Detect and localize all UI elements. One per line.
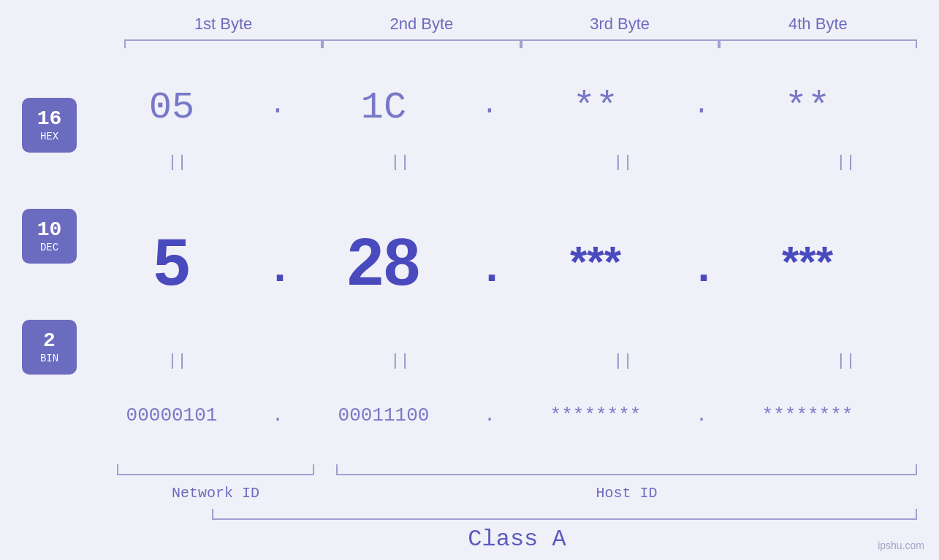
bin-val-3: ******** — [501, 404, 691, 426]
hex-val-2: 1C — [289, 86, 479, 129]
bracket-1 — [124, 39, 322, 48]
dec-badge: 10 DEC — [22, 209, 77, 264]
hex-badge: 16 HEX — [22, 98, 77, 153]
bin-dot-2: . — [479, 404, 501, 426]
big-bracket — [212, 509, 917, 520]
bin-dot-3: . — [691, 404, 712, 426]
eq1-4: || — [745, 153, 939, 172]
bracket-3 — [521, 39, 719, 48]
dec-val-4: *** — [712, 240, 902, 284]
class-label: Class A — [117, 526, 917, 553]
hex-dot-3: . — [691, 89, 712, 126]
network-id-label: Network ID — [117, 485, 314, 502]
dec-badge-number: 10 — [37, 219, 62, 242]
eq2-2: || — [300, 352, 501, 370]
bin-val-2: 00011100 — [289, 404, 479, 426]
bottom-brackets — [117, 464, 917, 479]
bin-val-1: 00000101 — [77, 404, 267, 426]
values-grid: 05 . 1C . ** . ** || || || || 5 . — [77, 63, 939, 461]
hex-val-1: 05 — [77, 86, 267, 129]
bracket-gap-1 — [314, 464, 336, 479]
bin-dot-1: . — [267, 404, 289, 426]
byte4-header: 4th Byte — [719, 15, 917, 39]
byte-headers: 1st Byte 2nd Byte 3rd Byte 4th Byte — [124, 15, 917, 39]
bin-badge-number: 2 — [43, 330, 56, 353]
equals-row-2: || || || || — [77, 352, 939, 370]
eq1-1: || — [77, 153, 278, 172]
hex-badge-label: HEX — [40, 131, 58, 142]
watermark: ipshu.com — [878, 540, 924, 551]
network-bracket — [117, 464, 314, 475]
hex-row: 05 . 1C . ** . ** — [77, 63, 939, 153]
dec-dot-3: . — [691, 230, 712, 294]
byte1-header: 1st Byte — [124, 15, 322, 39]
bin-badge-label: BIN — [40, 353, 58, 364]
bracket-2 — [322, 39, 520, 48]
badges-column: 16 HEX 10 DEC 2 BIN — [22, 63, 77, 461]
bracket-4 — [719, 39, 917, 48]
byte2-header: 2nd Byte — [322, 15, 520, 39]
dec-dot-2: . — [479, 230, 501, 294]
host-id-label: Host ID — [336, 485, 917, 502]
dec-badge-label: DEC — [40, 242, 58, 253]
dec-dot-1: . — [267, 230, 289, 294]
top-bracket-row — [124, 39, 917, 48]
hex-val-3: ** — [501, 86, 691, 129]
equals-row-1: || || || || — [77, 153, 939, 172]
hex-badge-number: 16 — [37, 108, 62, 131]
hex-dot-1: . — [267, 89, 289, 126]
dec-val-1: 5 — [77, 229, 267, 295]
host-bracket — [336, 464, 917, 475]
hex-dot-2: . — [479, 89, 501, 126]
eq1-3: || — [522, 153, 723, 172]
hex-val-4: ** — [712, 86, 902, 129]
content-area: 16 HEX 10 DEC 2 BIN 05 . 1C . ** . ** — [22, 63, 917, 461]
eq2-3: || — [522, 352, 723, 370]
label-gap — [314, 485, 336, 502]
bin-val-4: ******** — [712, 404, 902, 426]
byte3-header: 3rd Byte — [521, 15, 719, 39]
eq1-2: || — [300, 153, 501, 172]
bin-row: 00000101 . 00011100 . ******** . *******… — [77, 370, 939, 461]
bottom-labels: Network ID Host ID — [117, 485, 917, 502]
eq2-4: || — [745, 352, 939, 370]
eq2-1: || — [77, 352, 278, 370]
main-container: 1st Byte 2nd Byte 3rd Byte 4th Byte 16 H… — [0, 0, 939, 560]
dec-row: 5 . 28 . *** . *** — [77, 172, 939, 353]
bin-badge: 2 BIN — [22, 320, 77, 375]
dec-val-3: *** — [501, 240, 691, 284]
dec-val-2: 28 — [289, 229, 479, 295]
bottom-section: Network ID Host ID Class A — [117, 464, 917, 553]
